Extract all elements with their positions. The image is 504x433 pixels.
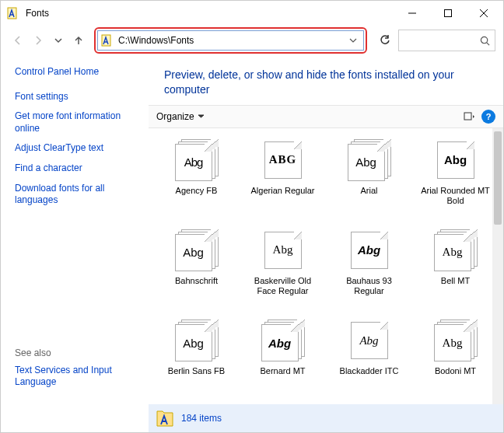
svg-rect-2 <box>445 10 452 17</box>
back-button[interactable] <box>9 31 27 50</box>
up-button[interactable] <box>69 31 88 50</box>
font-sample: Abg <box>355 155 376 169</box>
font-label: Bahnschrift <box>175 276 218 286</box>
svg-point-6 <box>481 37 487 43</box>
statusbar-text: 184 items <box>181 413 222 424</box>
sidebar: Control Panel Home Font settings Get mor… <box>1 55 149 404</box>
font-label: Arial Rounded MT Bold <box>417 186 495 206</box>
see-also-label: See also <box>15 347 141 358</box>
font-sample: Abg <box>268 337 291 350</box>
sidebar-link-2[interactable]: Adjust ClearType text <box>15 142 141 155</box>
search-box[interactable] <box>398 30 495 51</box>
font-item[interactable]: AbgBahnschrift <box>153 226 240 316</box>
svg-rect-0 <box>8 8 16 19</box>
font-label: Bernard MT <box>260 366 305 376</box>
page-heading: Preview, delete, or show and hide the fo… <box>149 55 503 105</box>
font-label: Bodoni MT <box>435 366 476 376</box>
search-icon <box>480 36 490 46</box>
folder-icon <box>101 34 114 47</box>
font-item[interactable]: AbgBell MT <box>412 226 499 316</box>
organize-label: Organize <box>156 111 194 122</box>
sidebar-link-4[interactable]: Download fonts for all languages <box>15 183 141 207</box>
font-sample: Abg <box>444 153 467 166</box>
font-sample: Abg <box>183 246 204 259</box>
window-title: Fonts <box>26 8 394 19</box>
font-sample: Abg <box>273 243 293 257</box>
chevron-down-icon <box>198 113 205 120</box>
font-item[interactable]: AbgBodoni MT <box>412 316 499 396</box>
svg-rect-8 <box>464 113 471 120</box>
address-path: C:\Windows\Fonts <box>118 35 346 46</box>
font-sample: Abg <box>443 337 463 350</box>
recent-dropdown[interactable] <box>49 31 68 50</box>
font-item[interactable]: AbgAgency FB <box>153 136 240 226</box>
font-label: Bauhaus 93 Regular <box>331 276 408 296</box>
scrollbar-thumb[interactable] <box>494 131 502 225</box>
font-sample: Abg <box>183 337 204 350</box>
close-button[interactable] <box>466 1 502 26</box>
address-bar[interactable]: C:\Windows\Fonts <box>97 30 364 51</box>
font-item[interactable]: AbgBernard MT <box>240 316 326 396</box>
font-label: Bell MT <box>441 276 470 286</box>
forward-button[interactable] <box>29 31 47 50</box>
statusbar: 184 items <box>149 404 503 432</box>
font-item[interactable]: AbgBaskerville Old Face Regular <box>240 226 326 316</box>
maximize-button[interactable] <box>430 1 466 26</box>
see-also-link-0[interactable]: Text Services and Input Language <box>15 365 141 389</box>
view-button[interactable] <box>460 108 478 125</box>
font-label: Arial <box>360 186 377 196</box>
sidebar-home-link[interactable]: Control Panel Home <box>15 66 141 79</box>
font-item[interactable]: AbgBauhaus 93 Regular <box>326 226 412 316</box>
font-sample: ABG <box>269 153 297 166</box>
view-icon <box>464 111 474 122</box>
refresh-button[interactable] <box>373 30 397 51</box>
main-panel: Preview, delete, or show and hide the fo… <box>149 55 503 404</box>
address-dropdown[interactable] <box>346 37 360 44</box>
font-item[interactable]: ABGAlgerian Regular <box>240 136 326 226</box>
font-label: Blackadder ITC <box>340 366 399 376</box>
font-grid: AbgAgency FBABGAlgerian RegularAbgArialA… <box>149 128 503 404</box>
font-item[interactable]: AbgBerlin Sans FB <box>153 316 240 396</box>
font-sample: Abg <box>358 243 380 257</box>
sidebar-link-1[interactable]: Get more font information online <box>15 110 141 134</box>
svg-rect-5 <box>102 35 110 46</box>
sidebar-link-0[interactable]: Font settings <box>15 91 141 103</box>
font-label: Agency FB <box>176 186 218 196</box>
minimize-button[interactable] <box>394 1 430 26</box>
address-bar-container: C:\Windows\Fonts <box>94 27 367 54</box>
organize-button[interactable]: Organize <box>156 111 205 122</box>
svg-line-7 <box>487 42 489 44</box>
help-button[interactable]: ? <box>481 110 495 124</box>
font-sample: Abg <box>184 155 203 169</box>
font-item[interactable]: AbgArial Rounded MT Bold <box>412 136 499 226</box>
font-item[interactable]: AbgBlackadder ITC <box>326 316 412 396</box>
font-label: Baskerville Old Face Regular <box>244 276 322 296</box>
titlebar: Fonts <box>1 1 503 26</box>
scrollbar[interactable] <box>492 128 503 404</box>
app-icon <box>7 7 19 19</box>
sidebar-link-3[interactable]: Find a character <box>15 162 141 175</box>
font-item[interactable]: AbgArial <box>326 136 412 226</box>
toolbar: Organize ? <box>149 105 503 128</box>
font-label: Algerian Regular <box>251 186 315 196</box>
font-sample: Abg <box>443 246 463 259</box>
statusbar-icon <box>156 409 173 428</box>
font-sample: Abg <box>359 334 378 347</box>
font-label: Berlin Sans FB <box>168 366 225 376</box>
navbar: C:\Windows\Fonts <box>1 26 503 55</box>
